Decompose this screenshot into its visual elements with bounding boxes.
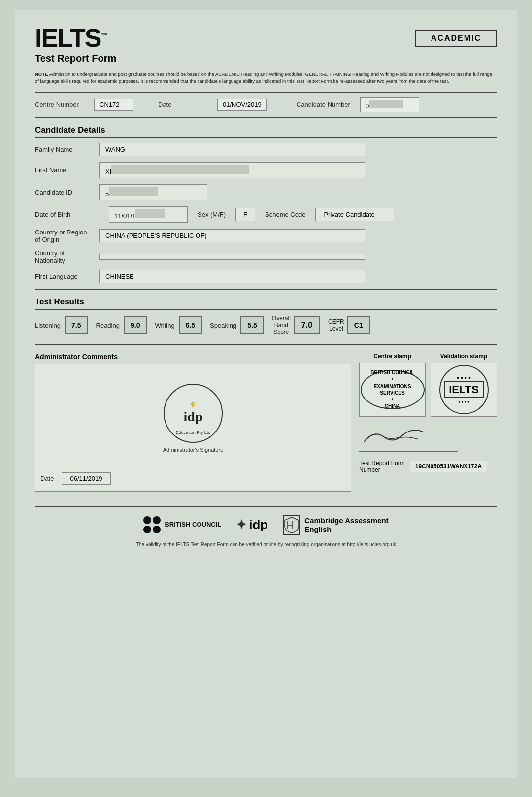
bc-dot-1	[143, 516, 151, 524]
admin-comments-area: Administrator Comments 🌾 idp Education P…	[35, 353, 351, 492]
listening-label: Listening	[35, 322, 61, 329]
cefr-score: C1	[347, 316, 370, 334]
dob-sex-scheme-row: Date of Birth 11/01/1 Sex (M/F) F Scheme…	[35, 206, 497, 223]
centre-stamp-plus2: +	[391, 397, 394, 402]
centre-stamp-oval: BRITISH COUNCIL + EXAMINATIONS SERVICES …	[361, 370, 425, 409]
dob-value: 11/01/1	[109, 206, 188, 223]
test-results-title: Test Results	[35, 297, 497, 310]
section-divider	[35, 117, 497, 118]
candidate-id-value: 5	[99, 184, 207, 200]
ielts-stamp-inner: IELTS	[444, 381, 484, 398]
first-name-label: First Name	[35, 166, 99, 174]
stamps-column: Centre stamp BRITISH COUNCIL + EXAMINATI…	[359, 353, 497, 473]
idp-brand-logo: ✦ idp	[236, 517, 268, 532]
validation-stamp-area: Validation stamp ● ● ● ● IELTS ● ● ● ●	[431, 353, 497, 417]
speaking-label: Speaking	[210, 322, 236, 329]
bc-dot-4	[153, 526, 161, 533]
cefr-label: CEFRLevel	[328, 318, 344, 332]
writing-score: 6.5	[179, 316, 202, 334]
centre-stamp-line4: CHINA	[385, 403, 400, 409]
date-value: 01/NOV/2019	[217, 99, 267, 111]
admin-comments-title: Administrator Comments	[35, 353, 351, 361]
admin-divider	[35, 344, 497, 345]
admin-sig-label: Administrator's Signature	[163, 447, 224, 453]
overall-band-group: OverallBandScore 7.0	[272, 315, 320, 336]
listening-score: 7.5	[65, 316, 88, 334]
footer-note: The validity of the IELTS Test Report Fo…	[35, 542, 497, 547]
centre-stamp-title: Centre stamp BRITISH COUNCIL + EXAMINATI…	[359, 353, 426, 417]
stamp-ring-text: ● ● ● ●	[457, 375, 471, 380]
bc-dot-2	[153, 516, 161, 524]
candidate-number-redacted	[369, 100, 403, 108]
sig-line	[359, 451, 458, 452]
first-language-value: CHINESE	[99, 270, 365, 283]
stamps-titles-row: Centre stamp BRITISH COUNCIL + EXAMINATI…	[359, 353, 497, 417]
ielts-document: IELTS™ Test Report Form ACADEMIC NOTE Ad…	[15, 10, 517, 778]
cefr-group: CEFRLevel C1	[328, 316, 370, 334]
idp-arrow-icon: ✦	[236, 517, 247, 532]
footer-logos: BRITISH COUNCIL ✦ idp Cambridge Assessme…	[35, 506, 497, 535]
idp-circle-logo: 🌾 idp Education Pty Ltd	[164, 384, 223, 443]
admin-comments-box: 🌾 idp Education Pty Ltd Administrator's …	[35, 364, 351, 492]
scheme-code-value: Private Candidate	[315, 208, 394, 221]
family-name-row: Family Name WANG	[35, 143, 497, 156]
reading-label: Reading	[96, 322, 120, 329]
signature-svg	[359, 425, 428, 449]
centre-stamp-plus: +	[391, 377, 394, 382]
cambridge-text: Cambridge Assessment English	[304, 516, 388, 534]
country-region-label: Country or Regionof Origin	[35, 229, 99, 243]
reading-score: 9.0	[124, 316, 147, 334]
candidate-id-row: Candidate ID 5	[35, 184, 497, 200]
cambridge-logo: Cambridge Assessment English	[283, 515, 388, 535]
overall-band-label: OverallBandScore	[272, 315, 291, 336]
idp-arc-top: 🌾	[190, 401, 197, 408]
admin-section: Administrator Comments 🌾 idp Education P…	[35, 353, 497, 492]
sex-label: Sex (M/F)	[198, 211, 226, 218]
ielts-round-stamp: ● ● ● ● IELTS ● ● ● ●	[439, 365, 489, 414]
candidate-details-grid: Family Name WANG First Name XI Candidate…	[35, 143, 497, 283]
centre-stamp-box: BRITISH COUNCIL + EXAMINATIONS SERVICES …	[359, 363, 426, 417]
bc-dot-3	[143, 526, 151, 533]
idp-arc-text: Education Pty Ltd	[176, 430, 211, 435]
country-nationality-row: Country ofNationality	[35, 249, 497, 264]
candidate-number-label: Candidate Number	[297, 101, 350, 108]
centre-number-label: Centre Number	[35, 101, 84, 108]
note-content: Admission to undergraduate and post grad…	[35, 71, 492, 84]
country-nationality-label: Country ofNationality	[35, 249, 99, 264]
note-label: NOTE	[35, 71, 48, 77]
family-name-value: WANG	[99, 143, 365, 156]
idp-logo-area: 🌾 idp Education Pty Ltd Administrator's …	[40, 369, 346, 467]
admin-date-row: Date 06/11/2019	[40, 472, 346, 485]
centre-stamp-line3: SERVICES	[380, 390, 404, 396]
centre-number-value: CN172	[94, 99, 133, 111]
idp-logo-text: idp	[184, 409, 203, 425]
ielts-logo: IELTS™	[35, 25, 116, 51]
first-name-row: First Name XI	[35, 162, 497, 178]
british-council-text: BRITISH COUNCIL	[165, 521, 221, 529]
results-divider	[35, 289, 497, 290]
family-name-label: Family Name	[35, 146, 99, 153]
test-results-row: Listening 7.5 Reading 9.0 Writing 6.5 Sp…	[35, 315, 497, 336]
cambridge-shield-icon	[283, 515, 300, 535]
british-council-logo: BRITISH COUNCIL	[143, 516, 221, 533]
header-divider	[35, 92, 497, 93]
overall-band-score: 7.0	[294, 316, 320, 334]
bc-dots-grid	[143, 516, 161, 533]
country-region-value: CHINA (PEOPLE'S REPUBLIC OF)	[99, 229, 365, 242]
date-label: Date	[158, 101, 207, 108]
speaking-score: 5.5	[240, 316, 264, 334]
admin-date-value: 06/11/2019	[62, 472, 110, 485]
sex-value: F	[235, 208, 255, 221]
country-nationality-value	[99, 254, 365, 260]
admin-date-label: Date	[40, 475, 54, 482]
scheme-code-label: Scheme Code	[265, 211, 305, 218]
idp-brand-text: idp	[249, 517, 268, 532]
centre-stamp-line2: EXAMINATIONS	[374, 383, 411, 390]
candidate-number-value: 0	[360, 97, 419, 112]
form-title: Test Report Form	[35, 53, 116, 64]
candidate-id-label: Candidate ID	[35, 189, 99, 196]
academic-badge: ACADEMIC	[415, 30, 497, 47]
candidate-details-title: Candidate Details	[35, 125, 497, 138]
validation-stamp-box: ● ● ● ● IELTS ● ● ● ●	[431, 363, 497, 417]
cambridge-shield-svg	[284, 516, 299, 534]
